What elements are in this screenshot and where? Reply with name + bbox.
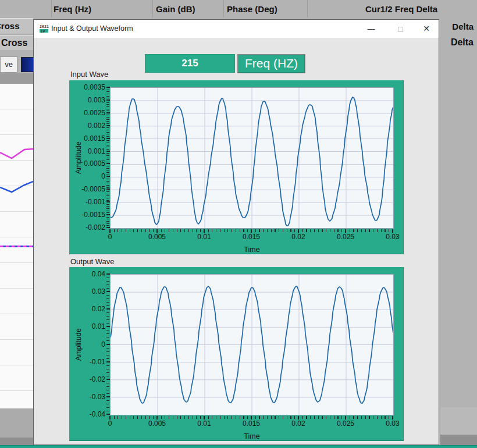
close-icon: ✕ bbox=[423, 24, 430, 33]
svg-text:20: 20 bbox=[40, 25, 44, 29]
input-plot-area[interactable] bbox=[110, 87, 394, 229]
bg-cell-cross-2[interactable]: Cross bbox=[0, 35, 33, 51]
y-tick-label: 0.003 bbox=[70, 96, 105, 104]
x-tick-label: 0 bbox=[96, 233, 124, 241]
bg-header-cur-delta: Cur1/2 Freq Delta bbox=[365, 4, 437, 14]
y-tick-label: 0.0005 bbox=[70, 159, 105, 168]
y-tick-label: -0.01 bbox=[70, 358, 105, 366]
y-tick-label: -0.001 bbox=[70, 198, 105, 206]
window-title: Input & Output Waveform bbox=[51, 24, 133, 33]
bg-bottom-strip bbox=[0, 445, 477, 448]
x-tick-label: 0.02 bbox=[284, 233, 312, 241]
minimize-icon: — bbox=[368, 24, 375, 33]
x-tick-label: 0.025 bbox=[332, 419, 359, 428]
input-waveform bbox=[111, 88, 393, 228]
y-tick-label: -0.02 bbox=[70, 375, 105, 383]
y-tick-label: -0.03 bbox=[70, 393, 105, 401]
input-wave-chart: Amplitude Time 00.0050.010.0150.020.0250… bbox=[69, 80, 404, 254]
x-tick-label: 0.015 bbox=[237, 233, 265, 241]
labview-app-icon: 20 21 LV bbox=[39, 24, 49, 33]
output-wave-chart: Amplitude Time 00.0050.010.0150.020.0250… bbox=[69, 267, 404, 441]
header-divider bbox=[152, 0, 153, 17]
freq-value-display[interactable]: 215 bbox=[145, 54, 235, 73]
bg-header-freq: Freq (Hz) bbox=[54, 4, 91, 14]
x-tick-label: 0.03 bbox=[379, 419, 407, 428]
minimize-button[interactable]: — bbox=[359, 20, 383, 38]
y-tick-label: 0 bbox=[70, 172, 105, 180]
y-tick-label: -0.002 bbox=[70, 223, 105, 232]
x-tick-label: 0 bbox=[96, 419, 124, 428]
x-tick-label: 0.005 bbox=[143, 233, 171, 241]
bg-cell-cross-1-label: Cross bbox=[0, 19, 20, 34]
bg-left-plot bbox=[0, 84, 33, 408]
waveform-window: 20 21 LV Input & Output Waveform — ✕ 215… bbox=[33, 19, 439, 445]
bg-cell-cross-1[interactable]: Cross bbox=[0, 18, 33, 34]
header-divider bbox=[307, 0, 308, 17]
y-tick-label: 0.04 bbox=[70, 270, 105, 278]
output-x-axis-label: Time bbox=[110, 432, 394, 440]
y-tick-label: -0.0015 bbox=[70, 211, 105, 219]
x-tick-label: 0.01 bbox=[190, 233, 218, 241]
y-tick-label: -0.04 bbox=[70, 410, 105, 418]
bg-cell-delta-2: Delta bbox=[441, 35, 477, 51]
y-minor-ticks bbox=[106, 87, 109, 229]
input-wave-title: Input Wave bbox=[70, 70, 108, 79]
bg-band bbox=[0, 438, 33, 445]
y-tick-label: 0 bbox=[70, 340, 105, 349]
screen: Freq (Hz) Gain (dB) Phase (Deg) Cur1/2 F… bbox=[0, 0, 477, 448]
bg-band bbox=[440, 407, 477, 435]
y-minor-ticks bbox=[106, 274, 109, 415]
x-minor-ticks bbox=[110, 229, 394, 232]
x-minor-ticks bbox=[110, 416, 394, 419]
output-wave-title: Output Wave bbox=[70, 257, 114, 266]
bg-gray-bar bbox=[0, 73, 33, 84]
maximize-icon bbox=[398, 27, 403, 32]
freq-unit-label: Freq (HZ) bbox=[237, 54, 305, 73]
x-tick-label: 0.03 bbox=[379, 233, 407, 241]
input-x-axis-label: Time bbox=[110, 246, 394, 254]
y-tick-label: 0.0035 bbox=[70, 83, 105, 91]
titlebar[interactable]: 20 21 LV Input & Output Waveform — ✕ bbox=[34, 20, 439, 38]
y-tick-label: 0.001 bbox=[70, 147, 105, 155]
output-waveform bbox=[111, 275, 393, 415]
y-tick-label: 0.03 bbox=[70, 287, 105, 296]
bg-cell-cross-2-label: Cross bbox=[1, 35, 27, 51]
y-tick-label: 0.0015 bbox=[70, 134, 105, 143]
maximize-button[interactable] bbox=[389, 20, 412, 38]
x-tick-label: 0.01 bbox=[190, 419, 218, 428]
y-tick-label: 0.02 bbox=[70, 305, 105, 313]
x-tick-label: 0.025 bbox=[332, 233, 359, 241]
y-tick-label: -0.0005 bbox=[70, 185, 105, 193]
bg-band bbox=[440, 435, 477, 445]
bg-header-phase: Phase (Deg) bbox=[227, 4, 277, 14]
x-tick-label: 0.015 bbox=[237, 419, 265, 428]
bg-band bbox=[0, 408, 33, 438]
bg-wave-button[interactable]: ve bbox=[0, 56, 17, 73]
x-tick-label: 0.02 bbox=[284, 419, 312, 428]
y-tick-label: 0.01 bbox=[70, 322, 105, 330]
bg-cell-delta-1: Delta bbox=[441, 19, 477, 35]
bg-cursor-dashed-line[interactable] bbox=[0, 246, 33, 247]
output-plot-area[interactable] bbox=[110, 274, 394, 415]
y-tick-label: 0.0025 bbox=[70, 109, 105, 117]
svg-text:21: 21 bbox=[44, 25, 49, 29]
x-tick-label: 0.005 bbox=[143, 419, 171, 428]
header-divider bbox=[51, 0, 52, 17]
header-divider bbox=[223, 0, 224, 17]
bg-header-gain: Gain (dB) bbox=[156, 4, 195, 14]
y-tick-label: 0.002 bbox=[70, 122, 105, 130]
close-button[interactable]: ✕ bbox=[415, 20, 438, 38]
svg-text:LV: LV bbox=[41, 30, 45, 34]
